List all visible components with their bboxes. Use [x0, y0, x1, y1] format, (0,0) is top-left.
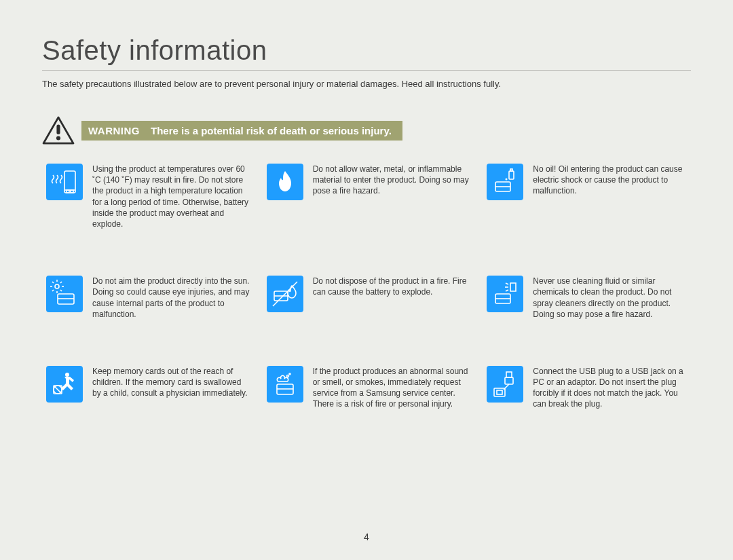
warning-label: WARNING: [88, 125, 140, 136]
svg-line-28: [506, 283, 508, 284]
safety-text: Using the product at temperatures over 6…: [92, 164, 250, 229]
svg-line-18: [60, 290, 62, 291]
page-title: Safety information: [42, 35, 691, 71]
safety-text: No oil! Oil entering the product can cau…: [533, 164, 690, 197]
safety-text: If the product produces an abnormal soun…: [313, 366, 470, 410]
safety-item: Do not allow water, metal, or inflammabl…: [267, 164, 471, 229]
svg-line-25: [273, 282, 297, 306]
warning-banner: WARNING There is a potential risk of dea…: [42, 116, 691, 145]
svg-line-30: [506, 290, 508, 291]
svg-rect-43: [497, 390, 502, 394]
svg-rect-1: [56, 124, 60, 134]
safety-text: Keep memory cards out of the reach of ch…: [92, 366, 250, 399]
svg-line-19: [60, 282, 62, 283]
svg-rect-10: [510, 169, 512, 171]
safety-item: Connect the USB plug to a USB jack on a …: [487, 366, 691, 410]
sun-icon: [46, 276, 83, 312]
svg-point-2: [56, 136, 60, 140]
svg-rect-42: [494, 388, 505, 396]
safety-text: Do not dispose of the product in a fire.…: [313, 276, 470, 297]
safety-item: No oil! Oil entering the product can cau…: [487, 164, 691, 229]
safety-text: Connect the USB plug to a USB jack on a …: [533, 366, 690, 410]
smoke-icon: [267, 366, 303, 403]
no-oil-icon: [487, 164, 523, 200]
flame-icon: [267, 164, 303, 200]
svg-rect-6: [71, 190, 73, 193]
svg-point-11: [506, 179, 508, 181]
safety-item: Do not dispose of the product in a fire.…: [267, 276, 471, 320]
svg-point-31: [65, 373, 69, 377]
child-hazard-icon: [46, 366, 83, 403]
safety-item: If the product produces an abnormal soun…: [267, 366, 471, 410]
heat-icon: [46, 164, 83, 200]
svg-rect-39: [506, 372, 512, 377]
safety-item: Never use cleaning fluid or similar chem…: [487, 276, 691, 320]
svg-rect-40: [505, 377, 513, 384]
hazard-icon: [42, 116, 75, 145]
svg-line-17: [52, 282, 54, 283]
svg-rect-9: [509, 171, 514, 179]
svg-point-12: [55, 284, 59, 288]
safety-grid: Using the product at temperatures over 6…: [42, 164, 691, 410]
svg-rect-5: [67, 190, 69, 193]
warning-text: There is a potential risk of death or se…: [151, 125, 392, 136]
svg-point-37: [286, 375, 288, 377]
svg-line-20: [52, 290, 54, 291]
no-fire-icon: [267, 276, 303, 312]
safety-item: Keep memory cards out of the reach of ch…: [46, 366, 250, 410]
no-spray-icon: [487, 276, 523, 312]
safety-item: Do not aim the product directly into the…: [46, 276, 250, 320]
safety-text: Do not allow water, metal, or inflammabl…: [313, 164, 470, 197]
usb-icon: [487, 366, 523, 403]
intro-text: The safety precautions illustrated below…: [42, 79, 691, 89]
page-number: 4: [0, 531, 733, 542]
safety-item: Using the product at temperatures over 6…: [46, 164, 250, 229]
safety-text: Do not aim the product directly into the…: [92, 276, 250, 320]
svg-point-38: [289, 373, 290, 375]
safety-text: Never use cleaning fluid or similar chem…: [533, 276, 690, 320]
